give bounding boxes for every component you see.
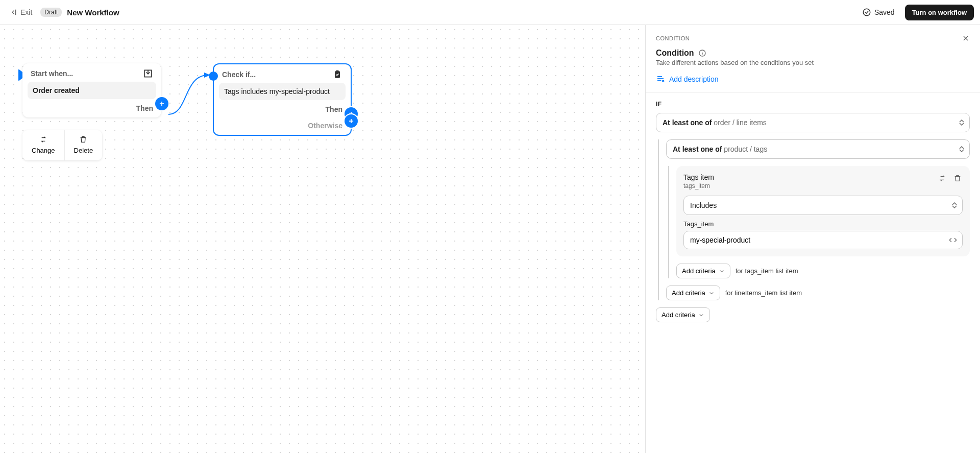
inbox-icon	[143, 68, 153, 79]
clipboard-check-icon	[332, 69, 342, 80]
saved-label: Saved	[874, 8, 895, 16]
condition-summary: Tags includes my-special-product	[219, 83, 346, 100]
panel-title: Condition	[656, 49, 970, 58]
outer-scope-select[interactable]: At least one of order / line items	[656, 113, 970, 132]
panel-kicker: CONDITION	[656, 35, 970, 41]
trigger-event: Order created	[28, 82, 156, 99]
node-input-port	[209, 71, 218, 81]
change-node-button[interactable]: Change	[22, 130, 64, 160]
svg-point-0	[863, 9, 870, 16]
chevron-down-icon	[698, 312, 704, 318]
select-sort-icon	[959, 146, 964, 152]
for-tags-label: for tags_item list item	[736, 267, 798, 275]
outer-select-prefix: At least one of	[663, 118, 714, 127]
edge-trigger-to-condition	[160, 71, 216, 122]
if-label: IF	[656, 101, 970, 108]
add-criteria-root-button[interactable]: Add criteria	[656, 307, 710, 322]
add-criteria-lineitems-button[interactable]: Add criteria	[666, 285, 720, 300]
inner-scope-select[interactable]: At least one of product / tags	[666, 139, 970, 159]
select-sort-icon	[952, 202, 957, 208]
criteria-card: Tags item tags_item Includes	[676, 166, 970, 256]
criteria-swap-button[interactable]	[937, 173, 947, 183]
saved-indicator: Saved	[862, 8, 895, 17]
operator-select[interactable]: Includes	[683, 196, 963, 215]
check-circle-icon	[862, 8, 871, 17]
delete-node-button[interactable]: Delete	[64, 130, 103, 160]
trigger-then-label: Then	[28, 99, 156, 112]
condition-otherwise-label: Otherwise	[219, 113, 346, 130]
value-label: Tags_item	[683, 220, 963, 228]
condition-header: Check if...	[222, 70, 256, 79]
turn-on-workflow-button[interactable]: Turn on workflow	[905, 5, 974, 20]
trigger-node[interactable]: Start when... Order created Then	[22, 63, 161, 117]
workflow-title: New Workflow	[67, 8, 119, 17]
condition-then-label: Then	[219, 100, 346, 113]
delete-label: Delete	[74, 147, 93, 154]
select-sort-icon	[959, 120, 964, 126]
criteria-code: tags_item	[683, 182, 714, 189]
panel-subtitle: Take different actions based on the cond…	[656, 59, 970, 66]
close-icon	[962, 34, 970, 42]
add-otherwise-branch[interactable]	[345, 114, 358, 128]
status-badge: Draft	[40, 8, 62, 17]
add-after-trigger[interactable]	[155, 97, 168, 110]
inner-select-prefix: At least one of	[673, 145, 724, 153]
exit-icon	[9, 8, 17, 16]
swap-icon	[938, 174, 946, 182]
add-criteria-tags-button[interactable]: Add criteria	[676, 264, 730, 278]
add-criteria-label: Add criteria	[662, 311, 695, 319]
node-toolbox: Change Delete	[22, 130, 102, 160]
description-icon	[656, 75, 665, 84]
trash-icon	[953, 174, 962, 182]
svg-point-5	[663, 80, 664, 82]
exit-label: Exit	[20, 8, 32, 16]
topbar: Exit Draft New Workflow Saved Turn on wo…	[0, 0, 980, 25]
criteria-delete-button[interactable]	[952, 173, 963, 183]
criteria-title: Tags item	[683, 173, 714, 181]
close-panel-button[interactable]	[960, 32, 972, 44]
operator-value: Includes	[690, 201, 717, 209]
change-label: Change	[32, 147, 55, 154]
for-lineitems-label: for lineItems_item list item	[725, 289, 802, 297]
add-criteria-label: Add criteria	[682, 267, 716, 275]
add-description-label: Add description	[669, 75, 719, 83]
trash-icon	[79, 135, 87, 144]
exit-button[interactable]: Exit	[6, 6, 35, 18]
add-description-link[interactable]: Add description	[656, 75, 970, 84]
chevron-down-icon	[719, 268, 725, 274]
inner-select-value: product / tags	[724, 145, 767, 153]
add-criteria-label: Add criteria	[672, 289, 705, 297]
criteria-value-input[interactable]	[683, 231, 963, 249]
chevron-down-icon	[708, 290, 715, 296]
svg-rect-3	[336, 70, 339, 72]
condition-side-panel: CONDITION Condition Take different actio…	[646, 25, 980, 453]
panel-title-text: Condition	[656, 49, 694, 58]
info-icon[interactable]	[698, 49, 706, 57]
code-icon[interactable]	[948, 235, 958, 245]
swap-icon	[39, 135, 47, 144]
outer-select-value: order / line items	[714, 118, 766, 127]
trigger-header: Start when...	[31, 69, 73, 78]
condition-node[interactable]: Check if... Tags includes my-special-pro…	[213, 63, 352, 136]
workflow-canvas[interactable]: Start when... Order created Then Change …	[0, 25, 646, 453]
